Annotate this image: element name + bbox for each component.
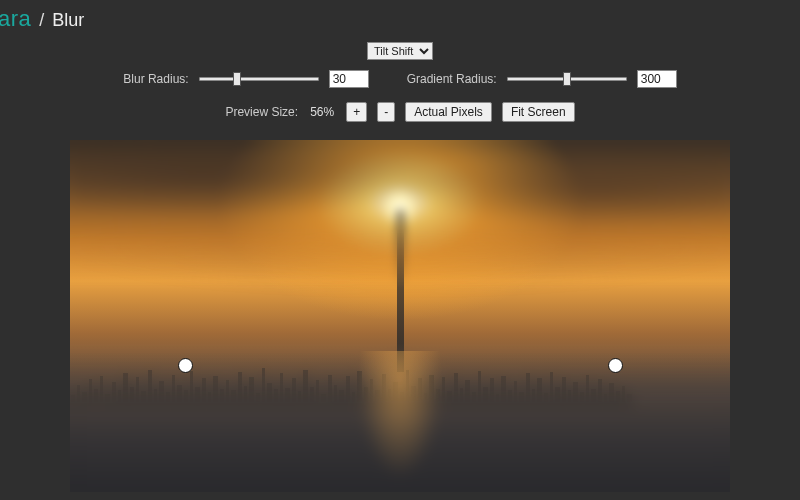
gradient-radius-slider[interactable]	[507, 72, 627, 86]
tilt-shift-blur-bottom	[70, 344, 730, 492]
zoom-in-button[interactable]: +	[346, 102, 367, 122]
tilt-shift-handle-right[interactable]	[608, 358, 623, 373]
toolbar: Tilt Shift Blur Radius: Gradient Radius:…	[0, 42, 800, 122]
page-title: Blur	[52, 10, 84, 31]
tilt-shift-blur-top	[70, 140, 730, 288]
gradient-radius-input[interactable]	[637, 70, 677, 88]
zoom-out-button[interactable]: -	[377, 102, 395, 122]
logo-fragment: ara	[0, 6, 31, 32]
tilt-shift-handle-left[interactable]	[178, 358, 193, 373]
header: ara / Blur	[0, 0, 800, 40]
breadcrumb-separator: /	[37, 10, 46, 31]
gradient-radius-label: Gradient Radius:	[407, 72, 497, 86]
blur-radius-label: Blur Radius:	[123, 72, 188, 86]
preview-canvas[interactable]	[70, 140, 730, 492]
blur-radius-input[interactable]	[329, 70, 369, 88]
actual-pixels-button[interactable]: Actual Pixels	[405, 102, 492, 122]
effect-select[interactable]: Tilt Shift	[367, 42, 433, 60]
blur-radius-slider[interactable]	[199, 72, 319, 86]
preview-size-label: Preview Size:	[225, 105, 298, 119]
preview-size-value: 56%	[308, 105, 336, 119]
fit-screen-button[interactable]: Fit Screen	[502, 102, 575, 122]
